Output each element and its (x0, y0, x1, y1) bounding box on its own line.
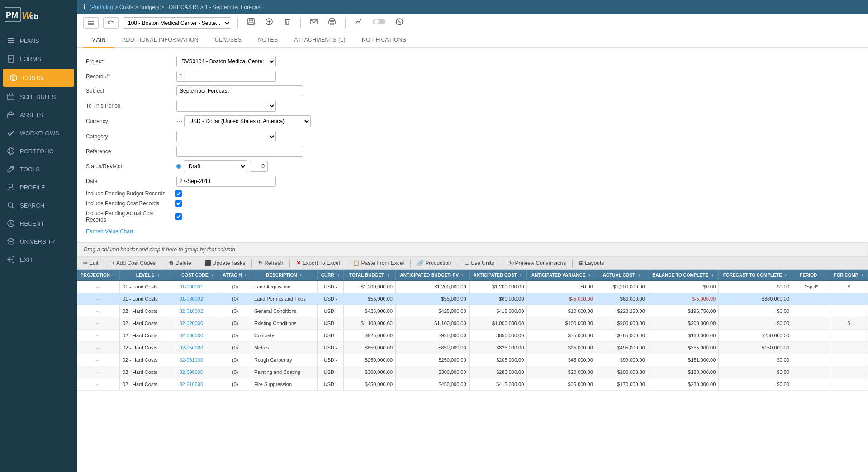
sidebar-item-workflows[interactable]: WORKFLOWS (0, 124, 77, 142)
add-button[interactable] (262, 17, 276, 29)
add-cost-codes-button[interactable]: + Add Cost Codes (110, 259, 157, 267)
undo-button[interactable] (103, 17, 119, 29)
sidebar-item-forms[interactable]: FORMS (0, 50, 77, 68)
email-button[interactable] (307, 17, 321, 29)
sidebar-item-plans[interactable]: PLANS (0, 32, 77, 50)
cost-code-link[interactable]: 02-210000 (179, 382, 203, 387)
toolbar-separator-1 (237, 18, 238, 28)
tab-additional[interactable]: ADDITIONAL INFORMATION (114, 32, 207, 48)
pending-actual-checkbox[interactable] (175, 213, 182, 220)
col-cost-code-sort[interactable]: ⋮ (210, 274, 214, 278)
col-attach-sort[interactable]: ⋮ (244, 274, 247, 278)
layouts-button[interactable]: ⊞ Layouts (577, 259, 606, 267)
delete-grid-button[interactable]: 🗑 Delete (167, 259, 193, 267)
col-anticipated-budget-pv-sort[interactable]: ⋮ (461, 274, 465, 278)
row-action-button[interactable]: ··· (95, 320, 101, 327)
col-for-comp: FOR COMP ⋮ (830, 270, 868, 281)
tab-clauses[interactable]: CLAUSES (207, 32, 250, 48)
currency-dots-button[interactable]: ··· (176, 117, 182, 125)
row-action-button[interactable]: ··· (95, 356, 101, 363)
sidebar-item-recent[interactable]: RECENT (0, 214, 77, 232)
tab-notes[interactable]: NOTES (250, 32, 286, 48)
col-actual-cost-sort[interactable]: ⋮ (637, 274, 641, 278)
row-action-button[interactable]: ··· (95, 295, 101, 302)
layouts-icon: ⊞ (579, 260, 583, 266)
record-input[interactable] (176, 71, 276, 82)
currency-select[interactable]: USD - Dollar (United States of America) (184, 115, 311, 127)
pending-budget-checkbox[interactable] (175, 190, 182, 197)
grid-sep-7 (410, 259, 411, 267)
row-action-button[interactable]: ··· (95, 344, 101, 351)
paste-excel-button[interactable]: 📋 Paste From Excel (351, 259, 406, 267)
project-select[interactable]: 108 - Boston Medical Center - Septe... (123, 17, 231, 29)
earned-value-link[interactable]: Earned Value Chart (86, 228, 133, 235)
save-button[interactable] (244, 17, 258, 29)
update-tasks-button[interactable]: ⬛ Update Tasks (203, 259, 247, 267)
print-button[interactable] (325, 17, 339, 29)
sidebar-item-profile[interactable]: PROFILE (0, 178, 77, 196)
sidebar-item-costs[interactable]: $ COSTS (3, 69, 74, 87)
cost-code-link[interactable]: 02-010002 (179, 308, 203, 314)
pending-cost-checkbox[interactable] (175, 200, 182, 207)
sidebar-item-schedules[interactable]: SCHEDULES (0, 88, 77, 106)
sidebar-item-search[interactable]: SEARCH (0, 196, 77, 214)
toggle-button[interactable] (370, 17, 388, 28)
sidebar-item-portfolio[interactable]: PORTFOLIO (0, 142, 77, 160)
col-for-comp-sort[interactable]: ⋮ (860, 274, 864, 278)
reference-input[interactable] (176, 146, 303, 157)
cost-code-link[interactable]: 01-000001 (179, 284, 203, 289)
forms-icon (6, 54, 15, 63)
col-balance-to-complete-sort[interactable]: ⋮ (711, 274, 714, 278)
sidebar-item-tools[interactable]: TOOLS (0, 160, 77, 178)
to-this-period-select[interactable] (176, 100, 276, 112)
col-level1-sort[interactable]: ⋮ (157, 274, 160, 278)
status-select[interactable]: Draft (184, 160, 247, 172)
row-action-button[interactable]: ··· (95, 381, 101, 388)
col-total-budget-sort[interactable]: ⋮ (386, 274, 390, 278)
refresh-button[interactable]: ↻ Refresh (256, 259, 285, 267)
export-excel-button[interactable]: ✕ Export To Excel (294, 259, 342, 267)
col-projection-sort[interactable]: ⋮ (112, 274, 116, 278)
tab-notifications[interactable]: NOTIFICATIONS (354, 32, 414, 48)
cost-code-link[interactable]: 02-030000 (179, 333, 203, 338)
grid-sep-8 (458, 259, 458, 267)
date-input[interactable] (176, 176, 276, 187)
cost-code-link[interactable]: 01-000002 (179, 296, 203, 302)
chart-button[interactable] (352, 17, 365, 29)
delete-button[interactable] (280, 17, 294, 29)
sidebar-item-assets[interactable]: ASSETS (0, 106, 77, 124)
row-action-button[interactable]: ··· (95, 368, 101, 376)
production-button[interactable]: 🔗 Production (415, 259, 453, 267)
info-icon[interactable]: ℹ (83, 3, 86, 11)
cost-code-link[interactable]: 02-099000 (179, 369, 203, 375)
subject-input[interactable] (176, 85, 303, 96)
tab-attachments[interactable]: ATTACHMENTS (1) (286, 32, 354, 48)
cost-code-link[interactable]: 02-061000 (179, 357, 203, 363)
category-select[interactable] (176, 131, 276, 142)
cost-code-link[interactable]: 02-020000 (179, 321, 203, 326)
col-anticipated-variance-sort[interactable]: ⋮ (588, 274, 591, 278)
preview-conversions-button[interactable]: $ Preview Conversions (506, 259, 568, 267)
breadcrumb-portfolio[interactable]: (Portfolio) (90, 4, 113, 10)
col-description-sort[interactable]: ⋮ (299, 274, 303, 278)
col-anticipated-cost-sort[interactable]: ⋮ (519, 274, 522, 278)
cancel-button[interactable] (393, 17, 406, 29)
pending-cost-row: Include Pending Cost Records (86, 200, 859, 207)
project-select-field[interactable]: RVS0104 - Boston Medical Center (176, 56, 276, 67)
sidebar-item-university[interactable]: UNIVERSITY (0, 232, 77, 250)
tab-main[interactable]: MAIN (83, 32, 114, 48)
row-action-button[interactable]: ··· (95, 307, 101, 315)
row-action-button[interactable]: ··· (95, 283, 101, 290)
row-action-button[interactable]: ··· (95, 332, 101, 339)
status-num-input[interactable] (250, 161, 268, 172)
menu-button[interactable] (83, 17, 99, 29)
col-forecast-to-complete-sort[interactable]: ⋮ (784, 274, 787, 278)
edit-button[interactable]: ✏ Edit (81, 259, 100, 267)
col-period-sort[interactable]: ⋮ (819, 274, 823, 278)
svg-line-24 (12, 207, 14, 208)
cost-code-link[interactable]: 02-050000 (179, 345, 203, 350)
use-units-button[interactable]: ☐ Use Units (463, 259, 496, 267)
sidebar-item-exit[interactable]: EXIT (0, 250, 77, 269)
col-curr-sort[interactable]: ⋮ (337, 274, 340, 278)
delete-icon: 🗑 (169, 260, 174, 266)
